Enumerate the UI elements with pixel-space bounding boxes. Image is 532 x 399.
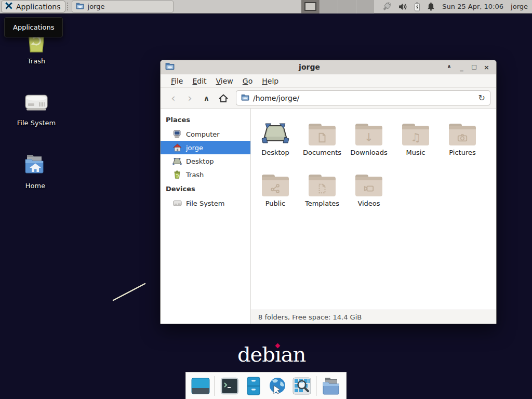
shade-button[interactable]: ∧ [444, 63, 454, 71]
sidebar-item-file-system[interactable]: File System [161, 196, 250, 210]
path-folder-icon [241, 93, 249, 103]
share-glyph [262, 180, 289, 196]
menu-help[interactable]: Help [257, 76, 283, 86]
app-finder-icon[interactable] [292, 376, 312, 396]
sidebar-item-computer[interactable]: Computer [161, 127, 250, 141]
file-icon-view: Desktop Documents [251, 109, 496, 310]
debian-logo-i: ı [275, 342, 281, 366]
video-camera-glyph [355, 180, 382, 196]
terminal-icon[interactable] [219, 376, 239, 396]
file-cabinet-icon[interactable] [244, 376, 263, 396]
folder-label: Documents [303, 149, 341, 156]
sidebar-item-desktop[interactable]: Desktop [161, 154, 250, 168]
workspace-switcher [301, 0, 374, 14]
folder-label: Videos [357, 200, 380, 207]
folder-icon [449, 124, 476, 145]
panel-handle[interactable] [67, 3, 70, 10]
hard-drive-icon [23, 89, 49, 116]
file-manager-window: jorge ∧ _ □ × File Edit View Go Help ‹ ›… [160, 60, 497, 324]
computer-icon [172, 130, 182, 138]
folder-music[interactable]: ♫ Music [392, 118, 439, 156]
workspace-1[interactable] [301, 0, 320, 14]
system-tray [382, 2, 435, 11]
home-icon [172, 143, 182, 152]
applications-menu-button[interactable]: Applications [1, 1, 65, 12]
desktop-icon-label: Home [25, 182, 45, 190]
web-browser-globe-icon[interactable] [268, 376, 287, 396]
sidebar-header-places: Places [161, 112, 250, 127]
window-title: jorge [178, 63, 441, 71]
menu-edit[interactable]: Edit [188, 76, 211, 86]
folder-documents[interactable]: Documents [299, 118, 345, 156]
desktop-icon-home[interactable]: Home [11, 153, 60, 190]
menu-go[interactable]: Go [238, 76, 257, 86]
sidebar-item-label: jorge [186, 144, 203, 152]
workspace-4[interactable] [356, 0, 374, 14]
bottom-dock [185, 372, 347, 399]
folder-desktop[interactable]: Desktop [252, 118, 299, 156]
home-button[interactable] [216, 91, 230, 105]
desktop-icon-file-system[interactable]: File System [12, 89, 61, 127]
maximize-button[interactable]: □ [469, 63, 479, 71]
statusbar: 8 folders, Free space: 14.4 GiB [251, 310, 496, 324]
notifications-bell-icon[interactable] [427, 2, 435, 11]
menu-file[interactable]: File [166, 76, 188, 86]
window-titlebar[interactable]: jorge ∧ _ □ × [161, 60, 496, 74]
folder-templates[interactable]: Templates [299, 169, 345, 207]
close-button[interactable]: × [482, 63, 491, 71]
forward-button[interactable]: › [183, 91, 197, 105]
back-button[interactable]: ‹ [166, 91, 180, 105]
trash-icon [172, 170, 182, 179]
folder-label: Templates [305, 200, 339, 207]
document-glyph [309, 129, 336, 145]
applications-tooltip: Applications [4, 17, 63, 37]
camera-glyph [449, 129, 476, 145]
menu-view[interactable]: View [211, 76, 238, 86]
folder-label: Downloads [350, 149, 387, 156]
top-panel: Applications jorge [0, 0, 532, 14]
panel-user-menu[interactable]: jorge [511, 3, 528, 10]
desktop-icon [172, 157, 182, 165]
folder-downloads[interactable]: ↓ Downloads [345, 118, 392, 156]
folder-icon: ↓ [355, 124, 382, 145]
power-plug-icon[interactable] [382, 2, 392, 11]
reload-button[interactable]: ↻ [478, 93, 485, 103]
taskbar-window-label: jorge [88, 3, 105, 10]
window-folder-icon [165, 62, 175, 72]
folder-icon [309, 175, 336, 196]
sidebar-item-label: Desktop [186, 157, 214, 165]
desktop-special-icon [261, 118, 290, 145]
toolbar: ‹ › ∧ /home/jorge/ ↻ [161, 88, 496, 109]
directory-menu-folder-icon[interactable] [321, 376, 341, 396]
folder-icon [355, 175, 382, 196]
sidebar: Places Computer [161, 109, 251, 324]
hard-drive-icon [172, 200, 182, 207]
folder-public[interactable]: Public [252, 169, 299, 207]
dock-separator [316, 376, 316, 396]
template-document-glyph [309, 180, 336, 196]
folder-icon [309, 124, 336, 145]
workspace-2[interactable] [320, 0, 338, 14]
folder-videos[interactable]: Videos [345, 169, 392, 207]
panel-right-area: Sun 25 Apr, 10:06 jorge [301, 0, 532, 14]
menubar: File Edit View Go Help [161, 74, 496, 88]
folder-label: Desktop [261, 149, 289, 156]
battery-icon[interactable] [414, 2, 421, 11]
sidebar-item-jorge[interactable]: jorge [161, 141, 250, 154]
applications-menu-label: Applications [16, 3, 61, 11]
volume-icon[interactable] [398, 3, 408, 11]
folder-icon: ♫ [402, 124, 429, 145]
show-desktop-icon[interactable] [191, 376, 210, 396]
up-button[interactable]: ∧ [200, 91, 214, 105]
taskbar-window-button[interactable]: jorge [72, 1, 174, 12]
minimize-button[interactable]: _ [457, 63, 467, 71]
panel-clock[interactable]: Sun 25 Apr, 10:06 [442, 3, 503, 10]
workspace-3[interactable] [338, 0, 356, 14]
sidebar-item-trash[interactable]: Trash [161, 168, 250, 181]
sidebar-item-label: Computer [186, 130, 220, 138]
folder-pictures[interactable]: Pictures [439, 118, 486, 156]
path-input[interactable]: /home/jorge/ [253, 94, 475, 102]
path-bar[interactable]: /home/jorge/ ↻ [236, 90, 490, 105]
home-folder-icon [22, 153, 48, 179]
download-arrow-glyph: ↓ [355, 129, 382, 145]
